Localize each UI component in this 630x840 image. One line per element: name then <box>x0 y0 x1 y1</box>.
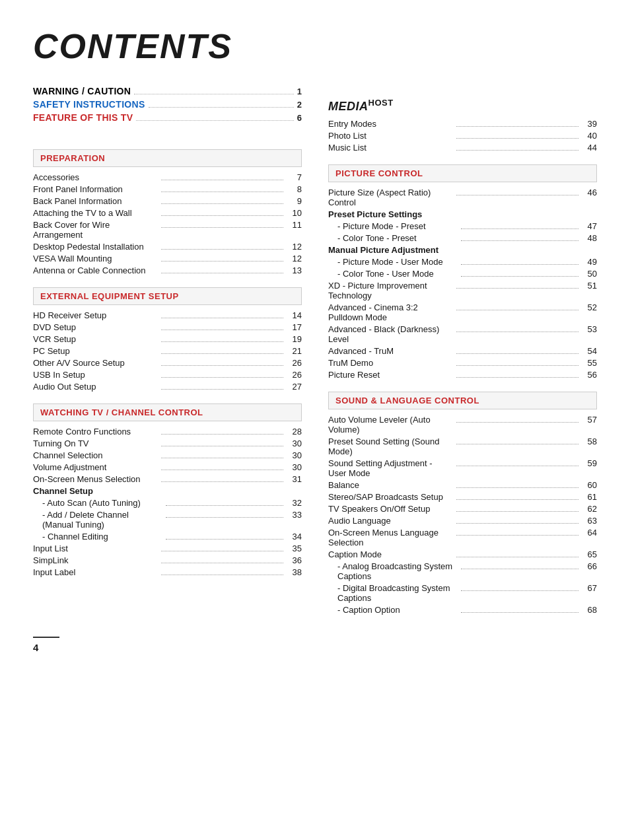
toc-num: 50 <box>581 269 597 279</box>
toc-num: 62 <box>581 504 597 514</box>
toc-label: Front Panel Information <box>33 184 158 194</box>
top-entry-warning: WARNING / CAUTION 1 <box>33 86 302 96</box>
toc-dots <box>161 273 284 273</box>
toc-label: XD - Picture Improvement Technology <box>328 281 454 300</box>
toc-dots <box>161 330 284 330</box>
toc-num: 61 <box>581 492 597 502</box>
list-item: Input Label38 <box>33 567 302 577</box>
toc-label: PC Setup <box>33 346 158 356</box>
toc-num: 21 <box>286 346 302 356</box>
toc-num: 40 <box>581 131 597 141</box>
list-item: - Channel Editing34 <box>33 532 302 542</box>
list-item: Sound Setting Adjustment - User Mode59 <box>328 458 597 478</box>
list-item: Preset Picture Settings <box>328 209 597 219</box>
list-item: Desktop Pedestal Installation12 <box>33 242 302 252</box>
list-item: Other A/V Source Setup26 <box>33 358 302 368</box>
section: PICTURE CONTROLPicture Size (Aspect Rati… <box>328 164 597 380</box>
list-item: Advanced - Cinema 3:2 Pulldown Mode52 <box>328 302 597 322</box>
toc-dots <box>161 563 284 563</box>
list-item: TV Speakers On/Off Setup62 <box>328 504 597 514</box>
toc-dots <box>161 470 284 470</box>
right-sections: MEDIAHOSTEntry Modes39Photo List40Music … <box>328 86 597 617</box>
toc-dots <box>161 261 284 262</box>
toc-num: 44 <box>581 143 597 153</box>
toc-label: Picture Size (Aspect Ratio) Control <box>328 188 454 207</box>
toc-num: 38 <box>286 567 302 577</box>
left-sections: PREPARATIONAccessories7Front Panel Infor… <box>33 137 302 579</box>
toc-label: - Picture Mode - User Mode <box>328 257 458 267</box>
toc-label: Input Label <box>33 567 158 577</box>
right-column: MEDIAHOSTEntry Modes39Photo List40Music … <box>328 86 597 617</box>
toc-num: 65 <box>581 549 597 559</box>
list-item: Back Cover for Wire Arrangement11 <box>33 220 302 240</box>
toc-label: Advanced - TruM <box>328 346 454 356</box>
toc-dots <box>161 353 284 354</box>
toc-dots <box>161 192 284 192</box>
list-item: Antenna or Cable Connection13 <box>33 265 302 275</box>
top-entries: WARNING / CAUTION 1 SAFETY INSTRUCTIONS … <box>33 86 302 125</box>
toc-dots <box>456 288 579 289</box>
toc-dots <box>456 511 579 512</box>
toc-dots <box>161 446 284 446</box>
toc-num: 63 <box>581 516 597 526</box>
section: MEDIAHOSTEntry Modes39Photo List40Music … <box>328 98 597 153</box>
toc-dots <box>161 575 284 575</box>
toc-num: 35 <box>286 543 302 553</box>
list-item: Volume Adjustment30 <box>33 462 302 472</box>
list-item: Front Panel Information8 <box>33 184 302 194</box>
toc-num: 9 <box>286 196 302 206</box>
list-item: Accessories7 <box>33 172 302 182</box>
toc-dots <box>161 365 284 366</box>
list-item: - Add / Delete Channel (Manual Tuning)33 <box>33 510 302 530</box>
toc-label: TV Speakers On/Off Setup <box>328 504 454 514</box>
toc-label: Other A/V Source Setup <box>33 358 158 368</box>
toc-num: 46 <box>581 188 597 197</box>
toc-label: Photo List <box>328 131 454 141</box>
toc-num: 12 <box>286 254 302 263</box>
toc-dots <box>461 240 579 241</box>
toc-num: 51 <box>581 281 597 291</box>
toc-num: 31 <box>286 474 302 484</box>
toc-num: 55 <box>581 358 597 368</box>
toc-num: 33 <box>286 510 302 520</box>
list-item: SimpLink36 <box>33 555 302 565</box>
toc-num: 13 <box>286 265 302 275</box>
page-title: CONTENTS <box>33 26 597 66</box>
list-item: Audio Language63 <box>328 516 597 526</box>
list-item: Balance60 <box>328 480 597 490</box>
list-item: - Analog Broadcasting System Captions66 <box>328 561 597 581</box>
toc-num: 53 <box>581 324 597 334</box>
toc-label: - Color Tone - Preset <box>328 233 458 243</box>
safety-label: SAFETY INSTRUCTIONS <box>33 99 145 110</box>
safety-num: 2 <box>297 100 302 110</box>
toc-label: Channel Setup <box>33 486 302 496</box>
warning-label: WARNING / CAUTION <box>33 86 131 96</box>
toc-num: 30 <box>286 438 302 448</box>
toc-num: 27 <box>286 382 302 392</box>
list-item: Channel Setup <box>33 486 302 496</box>
section-header: PICTURE CONTROL <box>328 164 597 182</box>
toc-label: USB In Setup <box>33 370 158 380</box>
toc-label: Advanced - Cinema 3:2 Pulldown Mode <box>328 302 454 322</box>
toc-dots <box>161 318 284 318</box>
list-item: VESA Wall Mounting12 <box>33 254 302 263</box>
toc-num: 54 <box>581 346 597 356</box>
top-entry-safety: SAFETY INSTRUCTIONS 2 <box>33 99 302 110</box>
section-header: SOUND & LANGUAGE CONTROL <box>328 392 597 409</box>
toc-num: 28 <box>286 427 302 437</box>
toc-label: Turning On TV <box>33 438 158 448</box>
toc-num: 49 <box>581 257 597 267</box>
list-item: Photo List40 <box>328 131 597 141</box>
list-item: Preset Sound Setting (Sound Mode)58 <box>328 437 597 456</box>
list-item: On-Screen Menus Language Selection64 <box>328 528 597 547</box>
toc-label: Preset Sound Setting (Sound Mode) <box>328 437 454 456</box>
toc-label: Manual Picture Adjustment <box>328 245 597 255</box>
toc-dots <box>456 365 579 366</box>
toc-label: - Picture Mode - Preset <box>328 221 458 231</box>
toc-num: 67 <box>581 583 597 593</box>
toc-num: 17 <box>286 322 302 332</box>
toc-label: Input List <box>33 543 158 553</box>
toc-dots <box>461 612 579 613</box>
list-item: Turning On TV30 <box>33 438 302 448</box>
section: PREPARATIONAccessories7Front Panel Infor… <box>33 149 302 275</box>
